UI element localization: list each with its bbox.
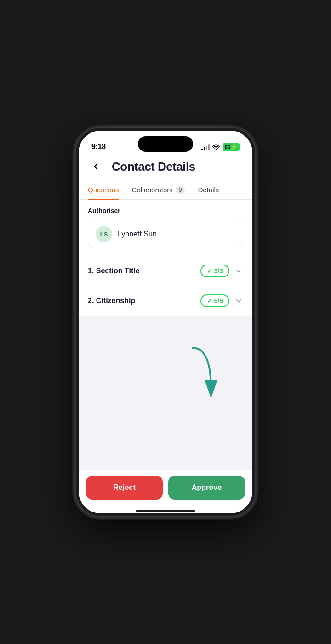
section-1-right: ✓ 3/3 bbox=[200, 264, 243, 277]
chevron-down-icon-2 bbox=[234, 296, 243, 305]
section-2-label: 2. Citizenship bbox=[88, 297, 135, 305]
status-time: 9:18 bbox=[91, 143, 106, 151]
signal-icon bbox=[201, 144, 210, 150]
section-2-status: ✓ 5/5 bbox=[200, 294, 229, 307]
section-2-right: ✓ 5/5 bbox=[200, 294, 243, 307]
arrow-annotation bbox=[79, 316, 252, 398]
authoriser-label: Authoriser bbox=[88, 207, 243, 214]
header: Contact Details bbox=[79, 155, 252, 180]
page-title: Contact Details bbox=[112, 160, 195, 174]
arrow-icon bbox=[183, 343, 220, 398]
avatar: LS bbox=[96, 226, 112, 242]
home-bar bbox=[136, 510, 195, 512]
status-bar: 9:18 55 ⚡ bbox=[79, 131, 252, 155]
approve-button[interactable]: Approve bbox=[168, 476, 245, 500]
tabs-bar: Questions Collaborators 0 Details bbox=[79, 180, 252, 200]
sections-group: 1. Section Title ✓ 3/3 bbox=[79, 256, 252, 316]
section-1-label: 1. Section Title bbox=[88, 267, 140, 275]
status-icons: 55 ⚡ bbox=[201, 143, 240, 151]
wifi-icon bbox=[212, 144, 220, 150]
dynamic-island bbox=[138, 136, 193, 152]
authoriser-section: Authoriser LS Lynnett Sun bbox=[79, 200, 252, 256]
empty-space bbox=[79, 316, 252, 408]
home-indicator bbox=[79, 511, 252, 513]
section-row-2[interactable]: 2. Citizenship ✓ 5/5 bbox=[79, 286, 252, 316]
section-1-status: ✓ 3/3 bbox=[200, 264, 229, 277]
authoriser-card: LS Lynnett Sun bbox=[88, 220, 243, 248]
tab-details[interactable]: Details bbox=[198, 180, 219, 199]
tab-questions[interactable]: Questions bbox=[88, 180, 119, 199]
reject-button[interactable]: Reject bbox=[86, 476, 163, 500]
bottom-action-bar: Reject Approve bbox=[79, 470, 252, 511]
collaborators-badge: 0 bbox=[176, 186, 185, 194]
back-button[interactable] bbox=[88, 158, 104, 175]
authoriser-name: Lynnett Sun bbox=[118, 230, 157, 238]
battery-icon: 55 ⚡ bbox=[223, 143, 240, 151]
chevron-down-icon-1 bbox=[234, 266, 243, 276]
section-row-1[interactable]: 1. Section Title ✓ 3/3 bbox=[79, 256, 252, 286]
main-content: Authoriser LS Lynnett Sun 1. Section Tit… bbox=[79, 200, 252, 470]
tab-collaborators[interactable]: Collaborators 0 bbox=[132, 180, 185, 199]
